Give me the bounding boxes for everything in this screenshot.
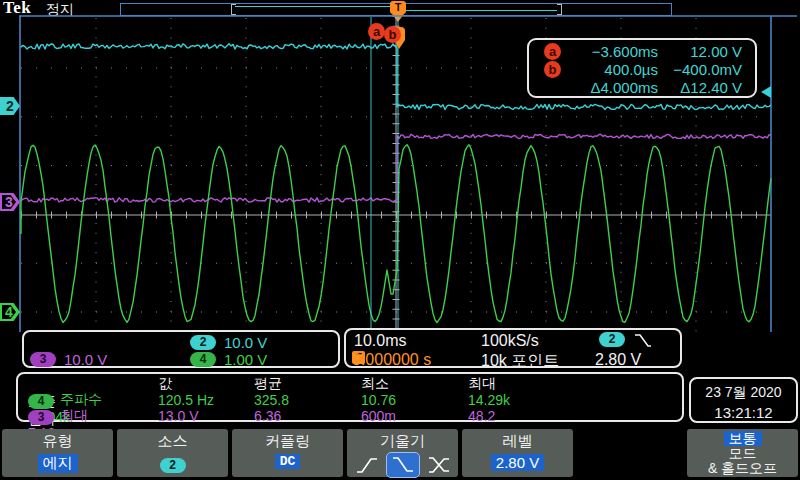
datetime-box: 23 7월 2020 13:21:12	[689, 377, 798, 423]
horizontal-trigger-readout: 10.0ms 100kS/s 2 T→▼0.000000 s 10k 포인트 2…	[344, 328, 682, 368]
ch4-scale: 1.00 V	[224, 351, 267, 368]
source-channel-badge: 2	[160, 458, 186, 473]
trigger-level-readout: 2.80 V	[595, 351, 641, 369]
menu-button-source[interactable]: 소스 2	[117, 429, 228, 477]
trigger-slope-falling-icon	[634, 333, 652, 348]
ch4-badge: 4	[190, 352, 216, 367]
trigger-level-arrow-icon[interactable]	[761, 86, 771, 98]
trigger-source-badge: 2	[599, 332, 625, 347]
cursor-readout-box: a −3.600ms 12.00 V b 400.0µs −400.0mV Δ4…	[527, 38, 757, 98]
ch3-scale: 10.0 V	[64, 351, 107, 368]
cursor-b-voltage: −400.0mV	[658, 61, 755, 78]
measurement-row-ch3: 3 최대 13.0 V 6.36 600m 48.2 7.13	[28, 407, 682, 423]
record-length: 10k 포인트	[481, 351, 559, 372]
ch2-scale: 10.0 V	[224, 334, 267, 351]
cursor-delta-voltage: Δ12.40 V	[658, 79, 755, 96]
cursor-b-badge: b	[544, 61, 561, 78]
menu-button-level[interactable]: 레벨 2.80 V	[462, 429, 573, 477]
mode-normal-value: 보통	[724, 431, 762, 446]
cursor-delta-time: Δ4.000ms	[561, 79, 658, 96]
date-label: 23 7월 2020	[691, 384, 796, 402]
type-value: 에지	[38, 454, 78, 473]
oscilloscope-screen: Tek 정지 T a b 2 3 4 a −3.600ms 12.00 V b …	[0, 0, 800, 480]
slope-rising-icon[interactable]	[355, 455, 379, 475]
cursor-a-voltage: 12.00 V	[658, 43, 755, 60]
timebase: 10.0ms	[354, 332, 406, 350]
menu-button-type[interactable]: 유형 에지	[2, 429, 113, 477]
measurement-row-ch4: 4 주파수 120.5 Hz 325.8 10.76 14.29k 1.704k	[28, 391, 682, 407]
cursor-b-time: 400.0µs	[561, 61, 658, 78]
coupling-value: DC	[275, 454, 301, 469]
level-value: 2.80 V	[491, 454, 544, 471]
time-label: 13:21:12	[691, 404, 796, 421]
channel-scale-readout: 210.0 V 310.0 V 41.00 V	[22, 330, 340, 368]
ch2-badge: 2	[190, 335, 216, 350]
menu-button-slope[interactable]: 기울기	[347, 429, 458, 477]
measurement-table: 값 평균 최소 최대 표준편차 4 주파수 120.5 Hz 325.8 10.…	[16, 372, 684, 422]
cursor-a-badge: a	[544, 43, 561, 60]
sample-rate: 100kS/s	[481, 332, 539, 350]
cursor-a-time: −3.600ms	[561, 43, 658, 60]
cursor-b-handle[interactable]: b	[384, 26, 401, 43]
slope-either-icon[interactable]	[427, 455, 451, 475]
ch3-badge: 3	[30, 352, 56, 367]
measurement-header-row: 값 평균 최소 최대 표준편차	[28, 375, 682, 391]
slope-falling-selected[interactable]	[386, 452, 420, 478]
menu-button-trigger-mode[interactable]: 보통 모드 & 홀드오프	[687, 429, 798, 477]
menu-button-coupling[interactable]: 커플링 DC	[232, 429, 343, 477]
slope-falling-icon	[391, 455, 415, 475]
cursor-a-handle[interactable]: a	[368, 23, 385, 40]
